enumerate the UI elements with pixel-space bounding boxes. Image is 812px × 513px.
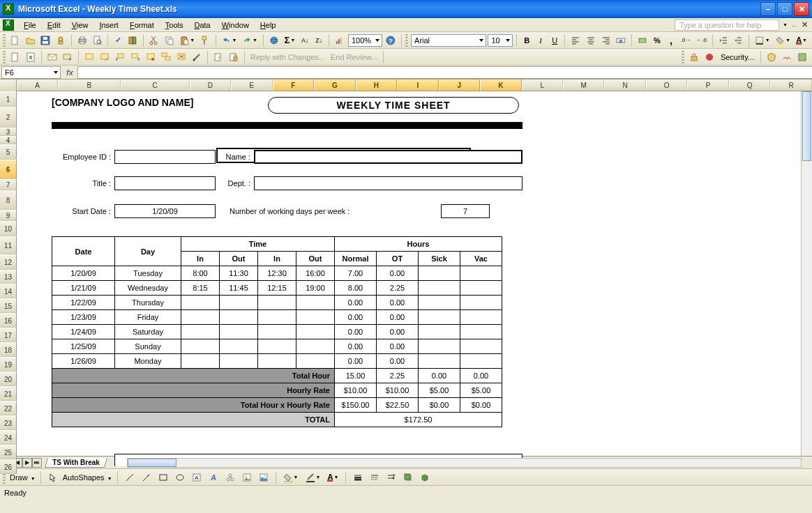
row-header-6[interactable]: 6 bbox=[0, 160, 17, 179]
chart-wizard-icon[interactable] bbox=[333, 34, 347, 47]
currency-icon[interactable] bbox=[636, 34, 649, 47]
table-row[interactable]: 1/25/09Sunday0.000.00 bbox=[52, 339, 502, 354]
col-header-R[interactable]: R bbox=[770, 79, 811, 91]
row-header-3[interactable]: 3 bbox=[0, 128, 17, 136]
col-header-O[interactable]: O bbox=[646, 79, 687, 91]
hyperlink-icon[interactable] bbox=[267, 34, 281, 47]
security-label[interactable]: Security... bbox=[718, 53, 757, 61]
show-all-comments-icon[interactable] bbox=[159, 51, 173, 63]
paste-icon[interactable]: ▼ bbox=[178, 34, 197, 47]
field-name[interactable] bbox=[254, 150, 522, 164]
row-header-13[interactable]: 13 bbox=[0, 270, 17, 284]
italic-button[interactable]: I bbox=[534, 34, 547, 47]
borders-icon[interactable]: ▼ bbox=[753, 34, 772, 47]
row-header-4[interactable]: 4 bbox=[0, 136, 17, 144]
rectangle-icon[interactable] bbox=[156, 471, 170, 484]
percent-icon[interactable]: % bbox=[651, 34, 663, 47]
row-header-23[interactable]: 23 bbox=[0, 415, 17, 430]
menu-data[interactable]: Data bbox=[188, 20, 216, 31]
row-header-9[interactable]: 9 bbox=[0, 210, 17, 221]
insert-comment-icon[interactable] bbox=[82, 51, 96, 63]
new-icon[interactable] bbox=[8, 34, 22, 47]
row-header-7[interactable]: 7 bbox=[0, 179, 17, 190]
help-search[interactable]: Type a question for help bbox=[675, 20, 779, 31]
mail-icon[interactable] bbox=[45, 51, 59, 63]
row-header-17[interactable]: 17 bbox=[0, 328, 17, 342]
fill-color-icon[interactable]: ▼ bbox=[774, 34, 793, 47]
system-icon[interactable] bbox=[3, 20, 14, 31]
timesheet-table[interactable]: DateDayTimeHoursInOutInOutNormalOTSickVa… bbox=[52, 236, 502, 427]
row-header-14[interactable]: 14 bbox=[0, 284, 17, 298]
cut-icon[interactable] bbox=[147, 34, 161, 47]
field-title[interactable] bbox=[114, 176, 216, 190]
vertical-scrollbar[interactable] bbox=[801, 91, 812, 456]
menu-edit[interactable]: Edit bbox=[42, 20, 66, 31]
mdi-close-button[interactable]: ✕ bbox=[800, 20, 809, 29]
toolbar-grip[interactable] bbox=[3, 51, 6, 63]
horizontal-scrollbar[interactable] bbox=[127, 458, 802, 468]
table-row[interactable]: 1/20/09Tuesday8:0011:3012:3016:007.000.0… bbox=[52, 266, 502, 281]
toolbar-grip[interactable] bbox=[682, 51, 684, 63]
menu-window[interactable]: Window bbox=[216, 20, 255, 31]
increase-decimal-icon[interactable]: .0→ bbox=[679, 34, 693, 47]
help-dropdown-icon[interactable]: ▼ bbox=[783, 22, 788, 27]
macro-security-icon[interactable] bbox=[765, 51, 779, 63]
row-header-8[interactable]: 8 bbox=[0, 190, 17, 210]
table-row[interactable]: 1/23/09Friday0.000.00 bbox=[52, 310, 502, 325]
picture-icon[interactable] bbox=[257, 471, 271, 484]
row-header-15[interactable]: 15 bbox=[0, 298, 17, 313]
col-header-P[interactable]: P bbox=[687, 79, 728, 91]
options-icon[interactable] bbox=[702, 51, 716, 63]
sheet-tab[interactable]: TS With Break bbox=[45, 458, 107, 468]
protect-icon[interactable] bbox=[227, 51, 241, 63]
redo-icon[interactable]: ▼ bbox=[240, 34, 260, 47]
formula-input[interactable] bbox=[77, 66, 812, 79]
row-header-10[interactable]: 10 bbox=[0, 221, 17, 236]
open-icon[interactable] bbox=[24, 34, 38, 47]
bold-button[interactable]: B bbox=[520, 34, 533, 47]
ink-icon[interactable] bbox=[190, 51, 204, 63]
col-header-K[interactable]: K bbox=[480, 79, 521, 91]
copy-icon[interactable] bbox=[163, 34, 176, 47]
line-color-icon[interactable]: ▼ bbox=[303, 471, 323, 484]
signature-icon[interactable] bbox=[780, 51, 794, 63]
merge-center-icon[interactable]: a bbox=[614, 34, 628, 47]
col-header-E[interactable]: E bbox=[231, 79, 272, 91]
close-button[interactable]: ✕ bbox=[794, 2, 809, 16]
undo-icon[interactable]: ▼ bbox=[220, 34, 239, 47]
permission-icon[interactable] bbox=[54, 34, 68, 47]
col-header-M[interactable]: M bbox=[563, 79, 604, 91]
toolbar-grip[interactable] bbox=[405, 34, 408, 47]
row-header-1[interactable]: 1 bbox=[0, 91, 17, 107]
row-header-25[interactable]: 25 bbox=[0, 445, 17, 459]
name-box[interactable]: F6 bbox=[1, 66, 61, 79]
col-header-Q[interactable]: Q bbox=[729, 79, 770, 91]
font-size-select[interactable]: 10 bbox=[488, 34, 513, 47]
align-left-icon[interactable] bbox=[569, 34, 582, 47]
font-name-select[interactable]: Arial bbox=[411, 34, 486, 47]
col-header-D[interactable]: D bbox=[190, 79, 231, 91]
row-header-26[interactable]: 26 bbox=[0, 459, 17, 474]
row-header-12[interactable]: 12 bbox=[0, 254, 17, 270]
col-header-C[interactable]: C bbox=[121, 79, 190, 91]
toolbar-grip[interactable] bbox=[3, 34, 6, 47]
sort-desc-icon[interactable]: Z↓ bbox=[313, 34, 325, 47]
align-right-icon[interactable] bbox=[599, 34, 613, 47]
col-header-I[interactable]: I bbox=[397, 79, 438, 91]
next-comment-icon[interactable] bbox=[128, 51, 142, 63]
wordart-icon[interactable]: A bbox=[206, 471, 220, 484]
tab-nav-last-icon[interactable]: ⏭ bbox=[32, 458, 42, 468]
menu-format[interactable]: Format bbox=[124, 20, 160, 31]
print-preview-icon[interactable] bbox=[91, 34, 105, 47]
edit-comment-icon[interactable] bbox=[98, 51, 112, 63]
font-color-icon[interactable]: A▼ bbox=[794, 34, 809, 47]
col-header-A[interactable]: A bbox=[17, 79, 58, 91]
delete-comment-icon[interactable] bbox=[174, 51, 188, 63]
col-header-G[interactable]: G bbox=[314, 79, 355, 91]
row-header-18[interactable]: 18 bbox=[0, 342, 17, 357]
menu-help[interactable]: Help bbox=[255, 20, 282, 31]
oval-icon[interactable] bbox=[173, 471, 187, 484]
col-header-L[interactable]: L bbox=[522, 79, 563, 91]
new-workbook-icon[interactable] bbox=[8, 51, 22, 63]
arrow-style-icon[interactable] bbox=[384, 471, 398, 484]
